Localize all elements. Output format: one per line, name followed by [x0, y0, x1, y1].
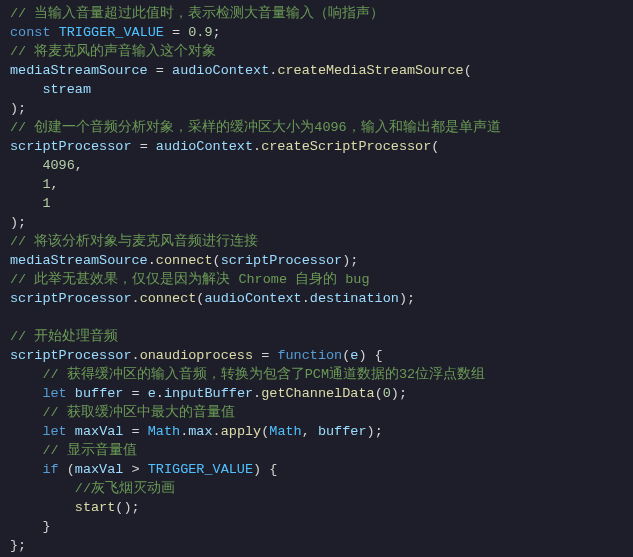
punct: .: [213, 424, 221, 439]
identifier: e: [148, 386, 156, 401]
punct: .: [148, 253, 156, 268]
identifier: Math: [269, 424, 301, 439]
identifier: mediaStreamSource: [10, 253, 148, 268]
punct: .: [302, 291, 310, 306]
keyword-let: let: [42, 424, 66, 439]
punct: );: [399, 291, 415, 306]
identifier: scriptProcessor: [10, 348, 132, 363]
number: 1: [42, 177, 50, 192]
comment: // 将麦克风的声音输入这个对象: [10, 44, 216, 59]
number: 1: [42, 196, 50, 211]
function-call: start: [75, 500, 116, 515]
punct: ;: [213, 25, 221, 40]
keyword-if: if: [42, 462, 58, 477]
punct: (: [431, 139, 439, 154]
punct: );: [10, 101, 26, 116]
comment: //灰飞烟灭动画: [75, 481, 175, 496]
punct: ,: [302, 424, 318, 439]
comment: // 开始处理音频: [10, 329, 118, 344]
identifier: buffer: [75, 386, 124, 401]
keyword-let: let: [42, 386, 66, 401]
identifier: destination: [310, 291, 399, 306]
method-call: apply: [221, 424, 262, 439]
punct: .: [253, 386, 261, 401]
method-call: connect: [156, 253, 213, 268]
keyword-const: const: [10, 25, 51, 40]
punct: ) {: [358, 348, 382, 363]
method-call: createScriptProcessor: [261, 139, 431, 154]
punct: .: [156, 386, 164, 401]
punct: =: [253, 348, 277, 363]
identifier: maxVal: [75, 462, 124, 477]
comment: // 获取缓冲区中最大的音量值: [42, 405, 234, 420]
comment: // 当输入音量超过此值时，表示检测大音量输入（响指声）: [10, 6, 384, 21]
number: 0.9: [188, 25, 212, 40]
identifier: scriptProcessor: [10, 139, 132, 154]
method-call: getChannelData: [261, 386, 374, 401]
punct: (: [375, 386, 383, 401]
identifier: audioContext: [172, 63, 269, 78]
identifier: max: [188, 424, 212, 439]
identifier: audioContext: [204, 291, 301, 306]
punct: ) {: [253, 462, 277, 477]
punct: );: [342, 253, 358, 268]
punct: (: [59, 462, 75, 477]
identifier: buffer: [318, 424, 367, 439]
punct: =: [132, 139, 156, 154]
punct: .: [132, 348, 140, 363]
identifier: scriptProcessor: [221, 253, 343, 268]
const-name: TRIGGER_VALUE: [148, 462, 253, 477]
method-call: createMediaStreamSource: [277, 63, 463, 78]
comment: // 将该分析对象与麦克风音频进行连接: [10, 234, 258, 249]
punct: }: [42, 519, 50, 534]
identifier: Math: [148, 424, 180, 439]
identifier: maxVal: [75, 424, 124, 439]
identifier: stream: [42, 82, 91, 97]
punct: ();: [115, 500, 139, 515]
method-call: connect: [140, 291, 197, 306]
comment: // 此举无甚效果，仅仅是因为解决 Chrome 自身的 bug: [10, 272, 370, 287]
punct: =: [148, 63, 172, 78]
punct: (: [464, 63, 472, 78]
punct: );: [391, 386, 407, 401]
identifier: scriptProcessor: [10, 291, 132, 306]
identifier: audioContext: [156, 139, 253, 154]
operator: >: [123, 462, 147, 477]
comment: // 获得缓冲区的输入音频，转换为包含了PCM通道数据的32位浮点数组: [42, 367, 485, 382]
punct: =: [123, 386, 147, 401]
punct: =: [164, 25, 188, 40]
punct: .: [132, 291, 140, 306]
punct: ,: [51, 177, 59, 192]
identifier: inputBuffer: [164, 386, 253, 401]
code-editor[interactable]: // 当输入音量超过此值时，表示检测大音量输入（响指声） const TRIGG…: [0, 0, 633, 555]
number: 0: [383, 386, 391, 401]
punct: =: [123, 424, 147, 439]
keyword-function: function: [277, 348, 342, 363]
punct: ,: [75, 158, 83, 173]
punct: );: [367, 424, 383, 439]
const-name: TRIGGER_VALUE: [59, 25, 164, 40]
punct: .: [253, 139, 261, 154]
property: onaudioprocess: [140, 348, 253, 363]
identifier: mediaStreamSource: [10, 63, 148, 78]
comment: // 显示音量值: [42, 443, 136, 458]
punct: (: [213, 253, 221, 268]
punct: };: [10, 538, 26, 553]
punct: );: [10, 215, 26, 230]
comment: // 创建一个音频分析对象，采样的缓冲区大小为4096，输入和输出都是单声道: [10, 120, 501, 135]
number: 4096: [42, 158, 74, 173]
